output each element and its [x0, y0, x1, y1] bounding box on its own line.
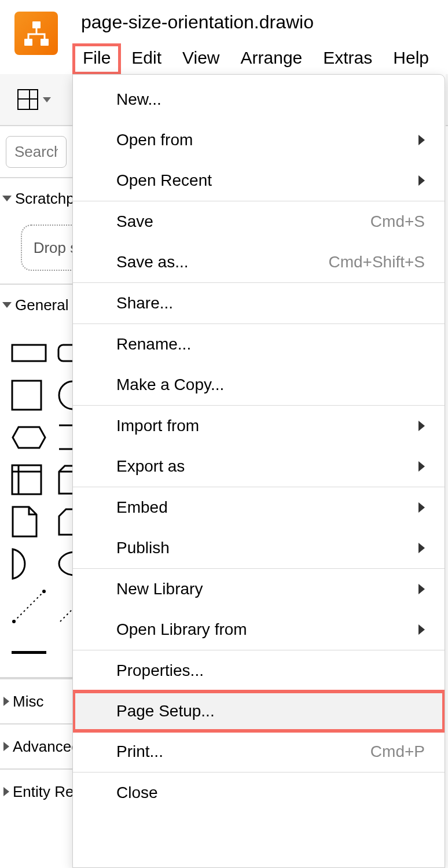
- shape-circle[interactable]: [58, 379, 72, 411]
- menu-item-label: Open Recent: [116, 171, 418, 190]
- menu-item-label: Close: [116, 784, 425, 802]
- menu-help[interactable]: Help: [383, 43, 439, 75]
- menubar: File Edit View Arrange Extras Help: [72, 43, 439, 75]
- shape-dotted-line-2[interactable]: [58, 590, 72, 622]
- dropzone-label: Drop shapes here: [34, 239, 72, 257]
- search-input[interactable]: [6, 136, 67, 168]
- menu-item-properties[interactable]: Properties...: [73, 650, 445, 691]
- menu-item-label: Export as: [116, 457, 418, 476]
- svg-line-15: [60, 591, 72, 621]
- toolbar-edge: [446, 74, 448, 126]
- shape-cylinder-side[interactable]: [58, 421, 72, 453]
- menu-edit[interactable]: Edit: [121, 43, 172, 75]
- chevron-right-icon: [418, 135, 425, 145]
- menu-item-embed[interactable]: Embed: [73, 487, 445, 528]
- menu-item-close[interactable]: Close: [73, 773, 445, 813]
- menu-item-label: Save: [116, 212, 370, 231]
- menu-item-save-as[interactable]: Save as...Cmd+Shift+S: [73, 242, 445, 282]
- menu-item-share[interactable]: Share...: [73, 283, 445, 323]
- chevron-down-icon: [2, 302, 12, 308]
- menu-item-open-recent[interactable]: Open Recent: [73, 160, 445, 201]
- section-scratchpad: Scratchpad Drop shapes here: [0, 178, 72, 285]
- category-entity-relation[interactable]: Entity Relation: [0, 768, 72, 814]
- menu-item-page-setup[interactable]: Page Setup...: [73, 691, 445, 731]
- file-menu-dropdown: New...Open fromOpen RecentSaveCmd+SSave …: [72, 74, 445, 868]
- menu-item-export-as[interactable]: Export as: [73, 446, 445, 487]
- chevron-right-icon: [3, 742, 9, 751]
- menu-file[interactable]: File: [72, 43, 121, 75]
- menu-arrange[interactable]: Arrange: [230, 43, 313, 75]
- menu-extras[interactable]: Extras: [313, 43, 383, 75]
- chevron-right-icon: [418, 175, 425, 186]
- category-label: Advanced: [13, 738, 72, 756]
- category-label: Entity Relation: [13, 783, 72, 801]
- chevron-right-icon: [3, 697, 9, 706]
- menu-item-label: Save as...: [116, 253, 328, 271]
- menu-item-label: Print...: [116, 742, 370, 761]
- search-row: [0, 126, 72, 178]
- shape-dotted-line[interactable]: [12, 590, 46, 622]
- menu-item-publish[interactable]: Publish: [73, 528, 445, 568]
- menu-item-save[interactable]: SaveCmd+S: [73, 201, 445, 242]
- svg-line-12: [14, 591, 44, 621]
- chevron-right-icon: [418, 543, 425, 553]
- shape-hexagon[interactable]: [12, 421, 46, 453]
- chevron-right-icon: [418, 461, 425, 472]
- menu-shortcut: Cmd+S: [370, 212, 425, 231]
- category-label: Misc: [13, 693, 43, 711]
- shape-document[interactable]: [12, 506, 46, 538]
- menu-item-new[interactable]: New...: [73, 79, 445, 120]
- menu-item-print[interactable]: Print...Cmd+P: [73, 731, 445, 772]
- svg-rect-5: [12, 381, 41, 410]
- shape-cube[interactable]: [58, 464, 72, 495]
- shape-ellipse[interactable]: [58, 548, 72, 580]
- scratchpad-header[interactable]: Scratchpad: [0, 178, 72, 219]
- table-icon: [17, 89, 38, 110]
- shape-card[interactable]: [58, 506, 72, 538]
- shape-internal-storage[interactable]: [12, 464, 46, 495]
- shape-half-circle[interactable]: [12, 548, 46, 580]
- category-advanced[interactable]: Advanced: [0, 723, 72, 768]
- svg-rect-8: [12, 465, 41, 494]
- menu-item-label: New Library: [116, 580, 418, 598]
- menu-item-open-from[interactable]: Open from: [73, 120, 445, 160]
- shape-thick-line[interactable]: [12, 651, 46, 654]
- svg-marker-7: [13, 427, 45, 448]
- section-general: General: [0, 285, 72, 678]
- table-tool[interactable]: [17, 89, 51, 110]
- chevron-right-icon: [418, 624, 425, 635]
- menu-item-import-from[interactable]: Import from: [73, 406, 445, 446]
- general-header[interactable]: General: [0, 285, 72, 325]
- menu-item-label: Rename...: [116, 335, 425, 354]
- svg-rect-2: [41, 39, 49, 46]
- document-title[interactable]: page-size-orientation.drawio: [81, 12, 439, 33]
- menu-item-rename[interactable]: Rename...: [73, 324, 445, 365]
- category-misc[interactable]: Misc: [0, 678, 72, 723]
- svg-rect-4: [58, 345, 72, 361]
- svg-rect-1: [24, 39, 32, 46]
- sidebar: Scratchpad Drop shapes here General: [0, 74, 72, 868]
- menu-item-label: Open from: [116, 131, 418, 149]
- shape-rounded-rect[interactable]: [58, 337, 72, 369]
- chevron-down-icon: [43, 97, 51, 102]
- menu-item-label: Share...: [116, 294, 425, 312]
- menu-item-open-library-from[interactable]: Open Library from: [73, 609, 445, 650]
- svg-point-14: [42, 590, 46, 593]
- menu-item-make-a-copy[interactable]: Make a Copy...: [73, 365, 445, 405]
- scratchpad-dropzone[interactable]: Drop shapes here: [21, 225, 72, 271]
- menu-item-new-library[interactable]: New Library: [73, 569, 445, 609]
- shape-rectangle[interactable]: [12, 337, 46, 369]
- menu-item-label: Embed: [116, 498, 418, 517]
- svg-rect-3: [12, 345, 46, 361]
- app-header: page-size-orientation.drawio File Edit V…: [0, 0, 448, 75]
- toolbar: [0, 74, 72, 126]
- chevron-down-icon: [2, 196, 12, 201]
- svg-point-13: [12, 620, 16, 623]
- menu-item-label: Publish: [116, 539, 418, 557]
- menu-shortcut: Cmd+P: [370, 742, 425, 761]
- menu-view[interactable]: View: [172, 43, 230, 75]
- chevron-right-icon: [418, 421, 425, 431]
- shape-square[interactable]: [12, 379, 46, 411]
- menu-item-label: Open Library from: [116, 620, 418, 639]
- svg-point-6: [59, 381, 72, 409]
